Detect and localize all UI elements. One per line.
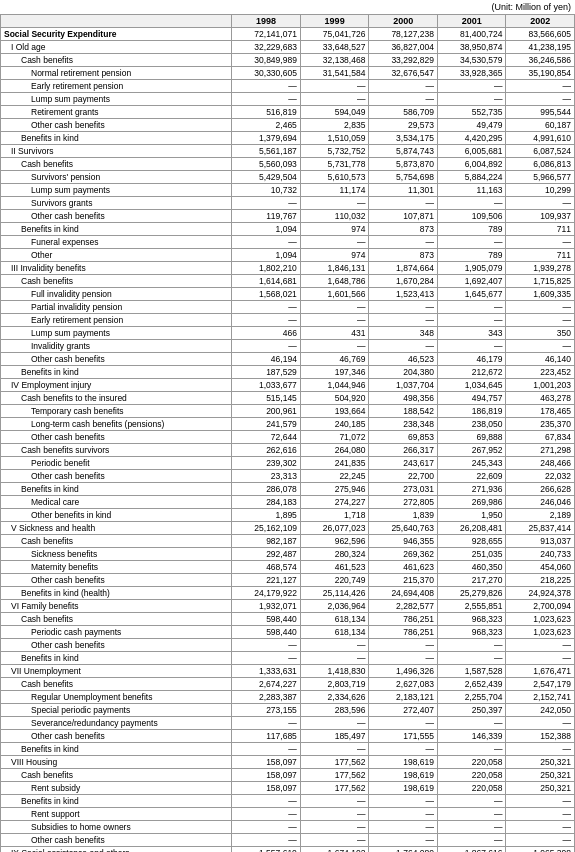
row-label: Survivors' pension xyxy=(1,171,232,184)
table-row: Social Security Expenditure72,141,07175,… xyxy=(1,28,575,41)
row-value: — xyxy=(300,808,369,821)
row-value: 1,718 xyxy=(300,509,369,522)
row-value: 995,544 xyxy=(506,106,575,119)
table-row: Retirement grants516,819594,049586,70955… xyxy=(1,106,575,119)
label-header xyxy=(1,15,232,28)
row-value: — xyxy=(300,834,369,847)
row-value: 72,141,071 xyxy=(232,28,301,41)
row-value: 60,187 xyxy=(506,119,575,132)
row-value: 1,674,102 xyxy=(300,847,369,853)
table-row: Other cash benefits119,767110,032107,871… xyxy=(1,210,575,223)
row-label: Lump sum payments xyxy=(1,327,232,340)
row-value: 271,936 xyxy=(437,483,506,496)
row-value: 31,541,584 xyxy=(300,67,369,80)
row-value: 1,601,566 xyxy=(300,288,369,301)
row-value: 187,529 xyxy=(232,366,301,379)
row-value: 69,888 xyxy=(437,431,506,444)
row-value: 272,407 xyxy=(369,704,438,717)
row-value: 197,346 xyxy=(300,366,369,379)
row-label: II Survivors xyxy=(1,145,232,158)
row-value: 873 xyxy=(369,249,438,262)
row-value: 962,596 xyxy=(300,535,369,548)
row-value: 913,037 xyxy=(506,535,575,548)
row-value: 177,562 xyxy=(300,769,369,782)
row-value: 286,078 xyxy=(232,483,301,496)
row-value: 283,596 xyxy=(300,704,369,717)
row-value: 1,418,830 xyxy=(300,665,369,678)
row-value: 2,627,083 xyxy=(369,678,438,691)
row-value: 33,292,829 xyxy=(369,54,438,67)
row-value: 2,189 xyxy=(506,509,575,522)
row-label: Early retirement pension xyxy=(1,314,232,327)
row-value: 274,227 xyxy=(300,496,369,509)
row-value: — xyxy=(369,80,438,93)
row-value: 25,837,414 xyxy=(506,522,575,535)
row-value: 215,370 xyxy=(369,574,438,587)
table-row: I Old age32,229,68333,648,52736,827,0043… xyxy=(1,41,575,54)
row-label: Temporary cash benefits xyxy=(1,405,232,418)
row-label: Cash benefits survivors xyxy=(1,444,232,457)
row-label: Normal retirement pension xyxy=(1,67,232,80)
row-value: 1,094 xyxy=(232,223,301,236)
table-row: Temporary cash benefits200,961193,664188… xyxy=(1,405,575,418)
row-value: — xyxy=(506,834,575,847)
row-value: 238,348 xyxy=(369,418,438,431)
row-value: 24,694,408 xyxy=(369,587,438,600)
row-value: 200,961 xyxy=(232,405,301,418)
year-1998: 1998 xyxy=(232,15,301,28)
row-value: 49,479 xyxy=(437,119,506,132)
row-value: 2,465 xyxy=(232,119,301,132)
row-value: 109,506 xyxy=(437,210,506,223)
row-value: 2,700,094 xyxy=(506,600,575,613)
row-label: VII Unemployment xyxy=(1,665,232,678)
row-label: Benefits in kind xyxy=(1,366,232,379)
row-label: Regular Unemployment benefits xyxy=(1,691,232,704)
row-value: 217,270 xyxy=(437,574,506,587)
row-value: 33,928,365 xyxy=(437,67,506,80)
row-value: 241,579 xyxy=(232,418,301,431)
row-value: 152,388 xyxy=(506,730,575,743)
row-value: — xyxy=(437,236,506,249)
table-row: Lump sum payments10,73211,17411,30111,16… xyxy=(1,184,575,197)
table-row: Survivors' pension5,429,5045,610,5735,75… xyxy=(1,171,575,184)
table-row: Cash benefits survivors262,616264,080266… xyxy=(1,444,575,457)
row-value: 223,452 xyxy=(506,366,575,379)
row-value: 266,628 xyxy=(506,483,575,496)
row-label: VIII Housing xyxy=(1,756,232,769)
row-label: Social Security Expenditure xyxy=(1,28,232,41)
row-label: Cash benefits to the insured xyxy=(1,392,232,405)
row-value: 22,245 xyxy=(300,470,369,483)
table-row: Funeral expenses————— xyxy=(1,236,575,249)
row-value: 1,044,946 xyxy=(300,379,369,392)
row-value: — xyxy=(232,236,301,249)
row-label: Severance/redundancy payments xyxy=(1,717,232,730)
row-value: 5,732,752 xyxy=(300,145,369,158)
row-value: 1,874,664 xyxy=(369,262,438,275)
row-value: 494,757 xyxy=(437,392,506,405)
row-value: 110,032 xyxy=(300,210,369,223)
row-value: — xyxy=(369,808,438,821)
row-value: — xyxy=(300,340,369,353)
row-value: 11,163 xyxy=(437,184,506,197)
row-value: — xyxy=(232,808,301,821)
row-value: 239,302 xyxy=(232,457,301,470)
table-row: Rent support————— xyxy=(1,808,575,821)
row-value: 109,937 xyxy=(506,210,575,223)
row-value: 2,547,179 xyxy=(506,678,575,691)
row-value: 618,134 xyxy=(300,626,369,639)
row-value: — xyxy=(437,197,506,210)
row-value: — xyxy=(369,743,438,756)
row-label: Other cash benefits xyxy=(1,210,232,223)
row-value: 30,849,989 xyxy=(232,54,301,67)
row-value: 119,767 xyxy=(232,210,301,223)
row-value: 1,670,284 xyxy=(369,275,438,288)
row-value: 46,769 xyxy=(300,353,369,366)
row-value: 272,805 xyxy=(369,496,438,509)
table-row: Invalidity grants————— xyxy=(1,340,575,353)
row-value: 78,127,238 xyxy=(369,28,438,41)
row-value: 5,561,187 xyxy=(232,145,301,158)
row-value: — xyxy=(369,639,438,652)
row-value: 466 xyxy=(232,327,301,340)
row-value: — xyxy=(437,743,506,756)
row-value: — xyxy=(232,743,301,756)
